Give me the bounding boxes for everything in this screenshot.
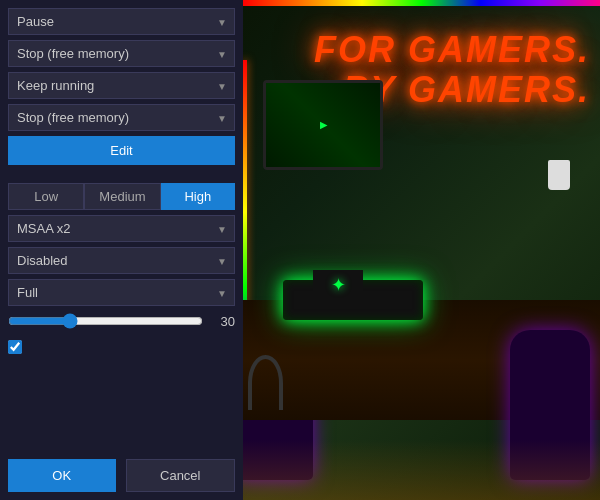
monitor-screen: ▶ bbox=[266, 83, 380, 167]
msaa-dropdown[interactable]: Disabled MSAA x2 MSAA x4 MSAA x8 bbox=[8, 215, 235, 242]
cancel-button[interactable]: Cancel bbox=[126, 459, 236, 492]
edit-button[interactable]: Edit bbox=[8, 136, 235, 165]
quality-medium-button[interactable]: Medium bbox=[84, 183, 160, 210]
slider-value: 30 bbox=[211, 314, 235, 329]
full-dropdown-wrapper: Full Half Quarter bbox=[8, 279, 235, 306]
gaming-background: FOR GAMERS. BY GAMERS. ▶ ✦ bbox=[243, 0, 600, 500]
keep-running-dropdown-wrapper: Pause Stop (free memory) Keep running bbox=[8, 72, 235, 99]
pause-dropdown-wrapper: Pause Stop (free memory) Keep running bbox=[8, 8, 235, 35]
disabled-dropdown-wrapper: Disabled Enabled Auto bbox=[8, 247, 235, 274]
msaa-dropdown-wrapper: Disabled MSAA x2 MSAA x4 MSAA x8 bbox=[8, 215, 235, 242]
full-dropdown[interactable]: Full Half Quarter bbox=[8, 279, 235, 306]
stop-dropdown-2[interactable]: Stop (free memory) Pause Keep running bbox=[8, 104, 235, 131]
right-panel: FOR GAMERS. BY GAMERS. ▶ ✦ bbox=[243, 0, 600, 500]
quality-low-button[interactable]: Low bbox=[8, 183, 84, 210]
monitor-display: ▶ bbox=[320, 120, 327, 130]
pause-dropdown[interactable]: Pause Stop (free memory) Keep running bbox=[8, 8, 235, 35]
razer-area: ✦ bbox=[313, 270, 363, 300]
razer-logo: ✦ bbox=[331, 274, 346, 296]
spacer-1 bbox=[8, 170, 235, 178]
left-panel: Pause Stop (free memory) Keep running St… bbox=[0, 0, 243, 500]
floor-glow bbox=[243, 440, 600, 500]
neon-line-1: FOR GAMERS. bbox=[314, 30, 590, 70]
disabled-dropdown[interactable]: Disabled Enabled Auto bbox=[8, 247, 235, 274]
quality-slider[interactable] bbox=[8, 313, 203, 329]
slider-row: 30 bbox=[8, 311, 235, 331]
keep-running-dropdown[interactable]: Pause Stop (free memory) Keep running bbox=[8, 72, 235, 99]
quality-row: Low Medium High bbox=[8, 183, 235, 210]
quality-high-button[interactable]: High bbox=[161, 183, 235, 210]
stop-dropdown-2-wrapper: Stop (free memory) Pause Keep running bbox=[8, 104, 235, 131]
cup bbox=[548, 160, 570, 190]
ok-button[interactable]: OK bbox=[8, 459, 116, 492]
stop-dropdown-1-wrapper: Stop (free memory) Pause Keep running bbox=[8, 40, 235, 67]
checkbox-row bbox=[8, 336, 235, 358]
headphones bbox=[248, 355, 283, 410]
settings-checkbox[interactable] bbox=[8, 340, 22, 354]
monitor: ▶ bbox=[263, 80, 383, 170]
bottom-buttons: OK Cancel bbox=[8, 451, 235, 492]
rainbow-bar bbox=[243, 0, 600, 6]
stop-dropdown-1[interactable]: Stop (free memory) Pause Keep running bbox=[8, 40, 235, 67]
